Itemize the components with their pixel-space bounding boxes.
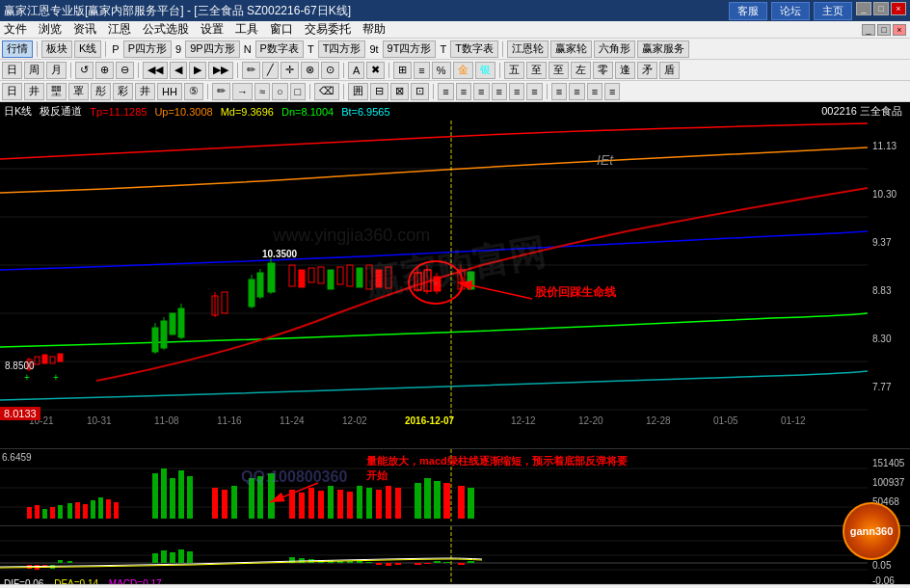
tb3-split3[interactable]: ⊡ xyxy=(411,83,429,100)
inner-maximize-btn[interactable]: □ xyxy=(877,24,891,36)
tb2-zoom-out-btn[interactable]: ⊖ xyxy=(116,62,134,79)
tb2-btn3[interactable]: 月 xyxy=(46,62,67,79)
toolbar-1: 行情 板块 K线 P P四方形 9 9P四方形 N P数字表 T T四方形 9t… xyxy=(0,39,910,60)
tb2-five-btn[interactable]: 五 xyxy=(504,62,524,79)
tb3-f6[interactable]: ≡ xyxy=(526,83,542,100)
tb3-erase[interactable]: ⌫ xyxy=(314,83,339,100)
main-chart-area[interactable]: 10-21 10-31 11-08 11-16 11-24 12-02 2016… xyxy=(0,120,910,448)
svg-text:01-12: 01-12 xyxy=(781,415,806,426)
menu-trade[interactable]: 交易委托 xyxy=(305,21,351,38)
tb2-del-btn[interactable]: ✖ xyxy=(366,62,385,79)
close-btn[interactable]: × xyxy=(891,2,906,15)
tb2-btn1[interactable]: 日 xyxy=(2,62,22,79)
tb3-f9[interactable]: ≡ xyxy=(587,83,602,100)
menu-window[interactable]: 窗口 xyxy=(270,21,293,38)
tb2-mao-btn[interactable]: 矛 xyxy=(637,62,657,79)
tb3-btn5[interactable]: 彤 xyxy=(91,83,111,100)
tb2-fan-btn[interactable]: ⊗ xyxy=(301,62,319,79)
toolbar-kline-btn[interactable]: K线 xyxy=(74,40,101,58)
menu-settings[interactable]: 设置 xyxy=(201,21,224,38)
menu-tools[interactable]: 工具 xyxy=(235,21,258,38)
toolbar-market-btn[interactable]: 行情 xyxy=(2,40,33,58)
inner-minimize-btn[interactable]: _ xyxy=(862,24,875,36)
svg-rect-52 xyxy=(357,268,362,287)
menu-gann[interactable]: 江恩 xyxy=(108,21,131,38)
menu-file[interactable]: 文件 xyxy=(4,21,27,38)
tb3-draw2[interactable]: ✏ xyxy=(212,83,230,100)
minimize-btn[interactable]: _ xyxy=(856,2,871,15)
toolbar-service-btn[interactable]: 赢家服务 xyxy=(637,40,689,58)
tb3-split[interactable]: ⊟ xyxy=(370,83,388,100)
tb3-arrow[interactable]: → xyxy=(232,83,253,100)
toolbar-9p4-btn[interactable]: 9P四方形 xyxy=(185,40,239,58)
tb2-pct-btn[interactable]: % xyxy=(432,62,451,79)
tb2-refresh-btn[interactable]: ↺ xyxy=(75,62,94,79)
tb2-compare-btn[interactable]: ≡ xyxy=(414,62,429,79)
tb3-btn2[interactable]: 井 xyxy=(24,83,44,100)
toolbar-tnum-btn[interactable]: T数字表 xyxy=(450,40,498,58)
tb3-rect[interactable]: □ xyxy=(290,83,307,100)
tb2-sheng-btn[interactable]: 逢 xyxy=(615,62,635,79)
tb3-f5[interactable]: ≡ xyxy=(509,83,524,100)
tb3-wave[interactable]: ≈ xyxy=(254,83,270,100)
forum-btn[interactable]: 论坛 xyxy=(771,2,810,20)
tb2-back-btn[interactable]: ◀ xyxy=(170,62,187,79)
tb2-silver-btn[interactable]: 银 xyxy=(475,62,495,79)
tb2-line-btn[interactable]: ╱ xyxy=(262,62,279,79)
tb2-btn2[interactable]: 周 xyxy=(24,62,44,79)
tb2-at-btn[interactable]: 至 xyxy=(526,62,547,79)
tb2-ling-btn[interactable]: 零 xyxy=(593,62,613,79)
maximize-btn[interactable]: □ xyxy=(873,2,889,15)
toolbar-hex-btn[interactable]: 六角形 xyxy=(594,40,635,58)
tb3-f3[interactable]: ≡ xyxy=(473,83,489,100)
tb3-f2[interactable]: ≡ xyxy=(456,83,471,100)
tb2-cross-btn[interactable]: ✛ xyxy=(281,62,299,79)
tb3-btn6[interactable]: 彩 xyxy=(113,83,133,100)
svg-text:11.13: 11.13 xyxy=(872,141,897,151)
volume-area[interactable]: 151405 100937 50468 6.6459 量能放大，macd绿柱线逐… xyxy=(0,448,910,525)
toolbar-winner-btn[interactable]: 赢家轮 xyxy=(550,40,592,58)
tb2-gold-btn[interactable]: 金 xyxy=(453,62,473,79)
tb3-f4[interactable]: ≡ xyxy=(492,83,507,100)
tb2-arc-btn[interactable]: ⊙ xyxy=(321,62,339,79)
toolbar-board-btn[interactable]: 板块 xyxy=(41,40,72,58)
tb2-prev-btn[interactable]: ◀◀ xyxy=(143,62,168,79)
menu-news[interactable]: 资讯 xyxy=(73,21,96,38)
tb3-btn7[interactable]: 井 xyxy=(135,83,155,100)
tb3-f8[interactable]: ≡ xyxy=(569,83,584,100)
chart-container[interactable]: 日K线 极反通道 Tp=11.1285 Up=10.3008 Md=9.3696… xyxy=(0,102,910,584)
tb2-fwd-btn[interactable]: ▶▶ xyxy=(208,62,233,79)
customer-service-btn[interactable]: 客服 xyxy=(729,2,767,20)
inner-close-btn[interactable]: × xyxy=(893,24,906,36)
tb2-draw-btn[interactable]: ✏ xyxy=(242,62,260,79)
tb3-btn8[interactable]: HH xyxy=(157,83,182,100)
tb2-grid-btn[interactable]: ⊞ xyxy=(393,62,412,79)
toolbar-9t4-btn[interactable]: 9T四方形 xyxy=(383,40,437,58)
menu-help[interactable]: 帮助 xyxy=(362,21,386,38)
tb2-play-btn[interactable]: ▶ xyxy=(189,62,206,79)
menu-browse[interactable]: 浏览 xyxy=(39,21,62,38)
tb3-f10[interactable]: ≡ xyxy=(604,83,620,100)
tb3-circle[interactable]: ○ xyxy=(272,83,288,100)
tb2-dun-btn[interactable]: 盾 xyxy=(659,62,680,79)
toolbar-gann-btn[interactable]: 江恩轮 xyxy=(507,40,549,58)
toolbar-t4-btn[interactable]: T四方形 xyxy=(318,40,366,58)
macd-area[interactable]: 0.26 0.16 0.05 -0.06 DIF=0.06 DEA=0.14 M… xyxy=(0,525,910,584)
tb3-btn9[interactable]: ⑤ xyxy=(184,83,203,100)
tb3-split2[interactable]: ⊠ xyxy=(390,83,409,100)
home-btn[interactable]: 主页 xyxy=(814,2,852,20)
tb2-zoom-in-btn[interactable]: ⊕ xyxy=(95,62,114,79)
tb3-grid2[interactable]: 囲 xyxy=(348,83,368,100)
tb3-btn4[interactable]: 罩 xyxy=(68,83,89,100)
tb2-zuo-btn[interactable]: 左 xyxy=(571,62,591,79)
tb2-zhi-btn[interactable]: 至 xyxy=(549,62,569,79)
toolbar-pnum-btn[interactable]: P数字表 xyxy=(255,40,304,58)
tb3-btn1[interactable]: 日 xyxy=(2,83,22,100)
toolbar-p4-btn[interactable]: P四方形 xyxy=(123,40,172,58)
dif-label: DIF=0.06 xyxy=(4,578,43,584)
tb3-f1[interactable]: ≡ xyxy=(438,83,453,100)
tb3-f7[interactable]: ≡ xyxy=(551,83,567,100)
tb3-btn3[interactable]: 壨 xyxy=(46,83,67,100)
tb2-text-btn[interactable]: A xyxy=(348,62,364,79)
menu-formula[interactable]: 公式选股 xyxy=(143,21,189,38)
